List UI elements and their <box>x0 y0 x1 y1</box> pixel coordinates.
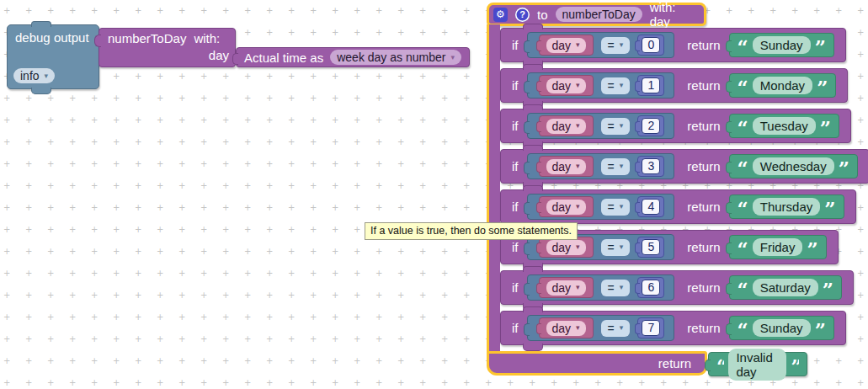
equals-comparison-block[interactable]: day ▾ = ▾ 3 <box>527 153 675 179</box>
operator-dropdown[interactable]: = ▾ <box>601 37 631 54</box>
variable-dropdown[interactable]: day ▾ <box>546 240 586 255</box>
number-input-block[interactable]: 7 <box>637 317 664 338</box>
operator-dropdown[interactable]: = ▾ <box>601 280 631 296</box>
equals-comparison-block[interactable]: day ▾ = ▾ 6 <box>527 274 675 301</box>
return-text-block[interactable]: “ Wednesday ” <box>729 154 858 179</box>
operator-value: = <box>608 200 615 214</box>
variable-dropdown[interactable]: day ▾ <box>546 200 586 215</box>
function-header[interactable]: ⚙ ? to numberToDay with: day <box>487 3 706 26</box>
gear-icon[interactable]: ⚙ <box>493 8 508 22</box>
return-text-block[interactable]: “ Sunday ” <box>729 316 834 340</box>
variable-dropdown[interactable]: day ▾ <box>546 78 586 93</box>
return-text-block[interactable]: “ Thursday ” <box>729 194 844 219</box>
number-value[interactable]: 5 <box>642 239 660 255</box>
text-value[interactable]: Sunday <box>753 319 811 337</box>
text-value[interactable]: Tuesday <box>753 117 816 135</box>
operator-dropdown[interactable]: = ▾ <box>601 118 631 135</box>
open-quote-icon: “ <box>738 117 748 136</box>
variable-dropdown[interactable]: day ▾ <box>546 321 586 336</box>
open-quote-icon: “ <box>738 77 748 95</box>
number-input-block[interactable]: 2 <box>637 115 664 136</box>
dropdown-arrow-icon: ▾ <box>576 243 580 251</box>
if-row[interactable]: if day ▾ = ▾ 6 <box>500 270 854 305</box>
number-input-block[interactable]: 5 <box>637 237 664 258</box>
operator-dropdown[interactable]: = ▾ <box>601 158 631 175</box>
variable-dropdown[interactable]: day ▾ <box>546 159 586 174</box>
function-final-return-row[interactable]: return <box>487 351 707 376</box>
number-input-block[interactable]: 4 <box>637 196 664 217</box>
variable-dropdown[interactable]: day ▾ <box>546 119 586 134</box>
dropdown-arrow-icon: ▾ <box>576 324 580 332</box>
text-value[interactable]: Friday <box>753 238 803 256</box>
number-value[interactable]: 1 <box>642 77 660 93</box>
dropdown-arrow-icon: ▾ <box>576 163 580 170</box>
open-quote-icon: “ <box>738 198 748 216</box>
text-value[interactable]: Thursday <box>753 198 821 216</box>
number-value[interactable]: 0 <box>642 37 660 53</box>
call-param-day-label: day <box>209 48 229 62</box>
close-quote-icon: ” <box>824 198 835 216</box>
number-value[interactable]: 3 <box>642 158 660 174</box>
number-value[interactable]: 7 <box>642 320 660 336</box>
if-row[interactable]: if day ▾ = ▾ 0 <box>500 28 846 62</box>
operator-dropdown[interactable]: = ▾ <box>601 239 631 256</box>
variable-dropdown[interactable]: day ▾ <box>546 38 586 53</box>
help-icon[interactable]: ? <box>515 8 530 22</box>
text-value[interactable]: Monday <box>753 77 812 94</box>
variable-day-block[interactable]: day ▾ <box>539 277 594 298</box>
operator-value: = <box>608 322 615 335</box>
variable-day-block[interactable]: day ▾ <box>539 75 594 96</box>
function-name-field[interactable]: numberToDay <box>556 7 642 22</box>
if-row[interactable]: if day ▾ = ▾ 1 <box>500 68 848 103</box>
return-text-block[interactable]: “ Sunday ” <box>729 33 834 57</box>
variable-day-block[interactable]: day ▾ <box>539 317 594 338</box>
variable-name: day <box>552 241 572 254</box>
if-row[interactable]: if day ▾ = ▾ 3 <box>500 149 868 184</box>
return-text-block[interactable]: “ Saturday ” <box>729 275 843 300</box>
if-row[interactable]: if day ▾ = ▾ 7 <box>500 311 846 345</box>
operator-dropdown[interactable]: = ▾ <box>601 77 631 94</box>
equals-comparison-block[interactable]: day ▾ = ▾ 2 <box>527 113 675 139</box>
return-text-block[interactable]: “ Monday ” <box>729 73 837 98</box>
variable-day-block[interactable]: day ▾ <box>539 115 594 136</box>
variable-day-block[interactable]: day ▾ <box>539 35 594 56</box>
operator-dropdown[interactable]: = ▾ <box>601 320 631 337</box>
if-label: if <box>512 38 519 52</box>
blockly-workspace[interactable]: ++++++++++++++++++++++++++++++++++++++++… <box>0 0 868 389</box>
number-input-block[interactable]: 1 <box>637 75 664 96</box>
return-text-block[interactable]: “ Friday ” <box>729 235 827 259</box>
text-value[interactable]: Saturday <box>753 279 818 296</box>
equals-comparison-block[interactable]: day ▾ = ▾ 7 <box>527 315 675 341</box>
text-value[interactable]: Wednesday <box>753 157 834 175</box>
weekday-format-dropdown[interactable]: week day as number ▾ <box>330 50 461 65</box>
call-with-label: with: <box>194 31 220 45</box>
equals-comparison-block[interactable]: day ▾ = ▾ 4 <box>527 194 675 220</box>
function-definition-block[interactable]: ⚙ ? to numberToDay with: day if day ▾ <box>487 3 706 26</box>
operator-value: = <box>608 241 615 254</box>
equals-comparison-block[interactable]: day ▾ = ▾ 1 <box>527 72 675 99</box>
debug-output-block[interactable]: debug output info ▾ <box>7 24 99 89</box>
text-value[interactable]: Invalid day <box>728 349 786 381</box>
number-input-block[interactable]: 3 <box>637 156 664 177</box>
variable-dropdown[interactable]: day ▾ <box>546 280 586 296</box>
equals-comparison-block[interactable]: day ▾ = ▾ 0 <box>527 32 675 58</box>
log-level-dropdown[interactable]: info ▾ <box>13 68 55 83</box>
number-value[interactable]: 6 <box>642 280 660 296</box>
if-row[interactable]: if day ▾ = ▾ 4 <box>500 189 856 224</box>
variable-day-block[interactable]: day ▾ <box>539 156 594 177</box>
variable-day-block[interactable]: day ▾ <box>539 196 594 217</box>
open-quote-icon: “ <box>738 238 748 257</box>
text-value[interactable]: Sunday <box>753 36 811 54</box>
if-row[interactable]: if day ▾ = ▾ 2 <box>500 109 851 143</box>
actual-time-block[interactable]: Actual time as week day as number ▾ <box>236 47 470 67</box>
invalid-day-text-block[interactable]: “ Invalid day ” <box>708 352 807 376</box>
return-text-block[interactable]: “ Tuesday ” <box>729 114 839 138</box>
variable-name: day <box>552 322 572 335</box>
number-input-block[interactable]: 0 <box>637 35 664 56</box>
number-value[interactable]: 4 <box>642 199 660 215</box>
number-value[interactable]: 2 <box>642 118 660 134</box>
call-numberToDay-block[interactable]: numberToDay with: day <box>99 28 236 67</box>
variable-name: day <box>552 120 572 133</box>
operator-dropdown[interactable]: = ▾ <box>601 199 631 216</box>
number-input-block[interactable]: 6 <box>637 277 664 298</box>
